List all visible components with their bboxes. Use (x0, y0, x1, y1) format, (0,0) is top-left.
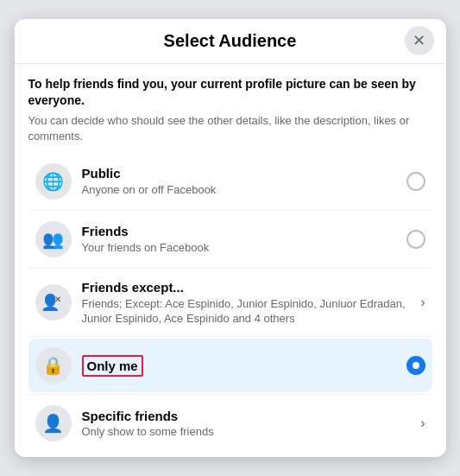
select-audience-modal: Select Audience ✕ To help friends find y… (15, 19, 446, 458)
option-friends-except-text: Friends except... Friends; Except: Ace E… (82, 279, 421, 326)
option-public-subtitle: Anyone on or off Facebook (82, 183, 406, 198)
only-me-icon: 🔒 (35, 347, 72, 384)
option-only-me[interactable]: 🔒 Only me (28, 339, 432, 392)
option-public-text: Public Anyone on or off Facebook (82, 165, 406, 197)
public-icon: 🌐 (35, 163, 72, 200)
friends-except-chevron: › (420, 295, 425, 310)
divider-1 (28, 210, 432, 211)
options-list: 🌐 Public Anyone on or off Facebook 👥 Fri… (28, 155, 432, 450)
option-public[interactable]: 🌐 Public Anyone on or off Facebook (28, 155, 432, 208)
option-friends[interactable]: 👥 Friends Your friends on Facebook (28, 213, 432, 266)
info-normal-text: You can decide who should see the other … (28, 113, 432, 144)
friends-icon: 👥 (35, 221, 72, 257)
option-specific-friends-subtitle: Only show to some friends (82, 425, 421, 440)
modal-header: Select Audience ✕ (15, 19, 446, 64)
option-friends-radio (406, 230, 425, 249)
close-button[interactable]: ✕ (405, 26, 434, 55)
divider-4 (28, 394, 432, 395)
option-only-me-radio (406, 356, 425, 375)
option-specific-friends-text: Specific friends Only show to some frien… (82, 408, 421, 440)
specific-friends-icon: 👤 (35, 405, 72, 441)
divider-3 (28, 336, 432, 337)
divider-2 (28, 268, 432, 269)
option-public-title: Public (82, 165, 406, 182)
option-friends-subtitle: Your friends on Facebook (82, 241, 406, 256)
option-specific-friends[interactable]: 👤 Specific friends Only show to some fri… (28, 397, 432, 450)
option-friends-text: Friends Your friends on Facebook (82, 223, 406, 255)
info-bold-text: To help friends find you, your current p… (28, 76, 432, 110)
option-only-me-text: Only me (82, 355, 406, 378)
specific-friends-chevron: › (420, 416, 425, 431)
option-only-me-title: Only me (82, 355, 143, 378)
option-specific-friends-title: Specific friends (82, 408, 421, 425)
option-friends-except-subtitle: Friends; Except: Ace Espinido, Junior Es… (82, 297, 421, 327)
modal-title: Select Audience (164, 31, 297, 51)
option-friends-except[interactable]: 👤✕ Friends except... Friends; Except: Ac… (28, 270, 432, 334)
friends-except-icon: 👤✕ (35, 284, 72, 321)
option-public-radio (406, 172, 425, 191)
option-friends-except-title: Friends except... (82, 279, 421, 296)
info-section: To help friends find you, your current p… (28, 76, 432, 145)
modal-body: To help friends find you, your current p… (15, 64, 446, 458)
option-friends-title: Friends (82, 223, 406, 240)
